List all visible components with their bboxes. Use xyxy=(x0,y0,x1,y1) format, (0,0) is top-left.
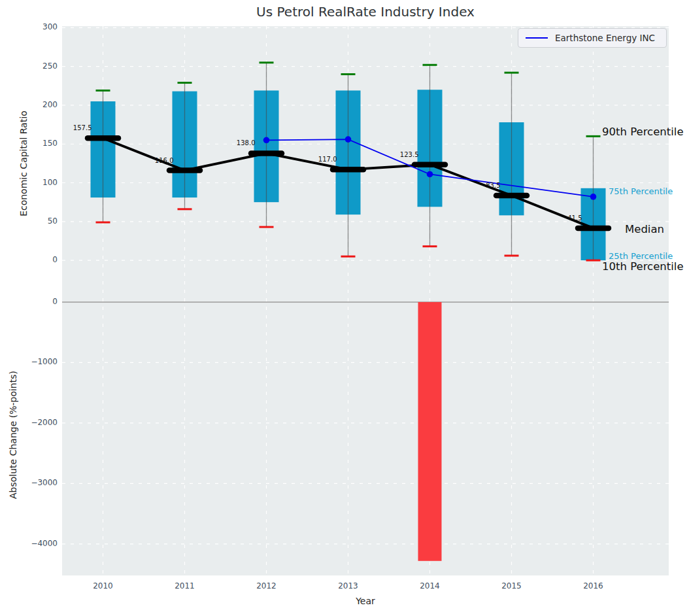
chart-canvas xyxy=(0,0,689,616)
top-y-axis-label: Economic Capital Ratio xyxy=(18,111,29,216)
figure: 0501001502002503000−1000−2000−3000−40002… xyxy=(0,0,689,616)
median-value-label-2016: 41.5 xyxy=(537,214,582,222)
bar-2014 xyxy=(418,302,442,561)
annotation-median: Median xyxy=(625,223,664,235)
legend: Earthstone Energy INC xyxy=(518,28,667,48)
bottom-y-axis-label: Absolute Change (%-points) xyxy=(8,371,18,499)
xtick-2011: 2011 xyxy=(159,581,211,590)
top-ytick-200: 200 xyxy=(20,100,58,109)
x-axis-label: Year xyxy=(62,596,669,606)
earthstone-point-2016 xyxy=(590,194,597,200)
top-ytick-0: 0 xyxy=(20,255,58,264)
earthstone-point-2014 xyxy=(427,171,433,178)
median-value-label-2014: 123.5 xyxy=(373,151,419,158)
plot-background xyxy=(62,26,669,575)
xtick-2014: 2014 xyxy=(404,581,456,590)
bottom-ytick--1000: −1000 xyxy=(20,357,58,366)
annotation-90th-percentile: 90th Percentile xyxy=(602,126,684,138)
top-ytick-50: 50 xyxy=(20,216,58,226)
xtick-2016: 2016 xyxy=(567,581,620,590)
legend-series-label: Earthstone Energy INC xyxy=(555,33,655,43)
annotation-10th-percentile: 10th Percentile xyxy=(602,260,684,273)
median-value-label-2015: 83.5 xyxy=(455,182,501,189)
earthstone-point-2013 xyxy=(345,136,352,143)
median-value-label-2012: 138.0 xyxy=(210,139,256,146)
xtick-2013: 2013 xyxy=(322,581,375,590)
top-ytick-300: 300 xyxy=(20,22,58,31)
xtick-2012: 2012 xyxy=(241,581,293,590)
chart-title: Us Petrol RealRate Industry Index xyxy=(62,4,669,20)
bottom-ytick--2000: −2000 xyxy=(20,418,58,427)
top-ytick-250: 250 xyxy=(20,61,58,71)
median-value-label-2010: 157.5 xyxy=(46,124,92,131)
median-value-label-2013: 117.0 xyxy=(292,156,337,163)
annotation-25th-percentile: 25th Percentile xyxy=(609,251,673,261)
earthstone-point-2012 xyxy=(263,137,270,144)
legend-line-swatch xyxy=(526,37,548,39)
xtick-2015: 2015 xyxy=(486,581,538,590)
annotation-75th-percentile: 75th Percentile xyxy=(609,186,673,196)
bottom-ytick--3000: −3000 xyxy=(20,478,58,487)
xtick-2010: 2010 xyxy=(77,581,129,590)
median-value-label-2011: 116.0 xyxy=(128,157,174,164)
bottom-ytick-0: 0 xyxy=(20,297,58,306)
bottom-ytick--4000: −4000 xyxy=(20,539,58,548)
